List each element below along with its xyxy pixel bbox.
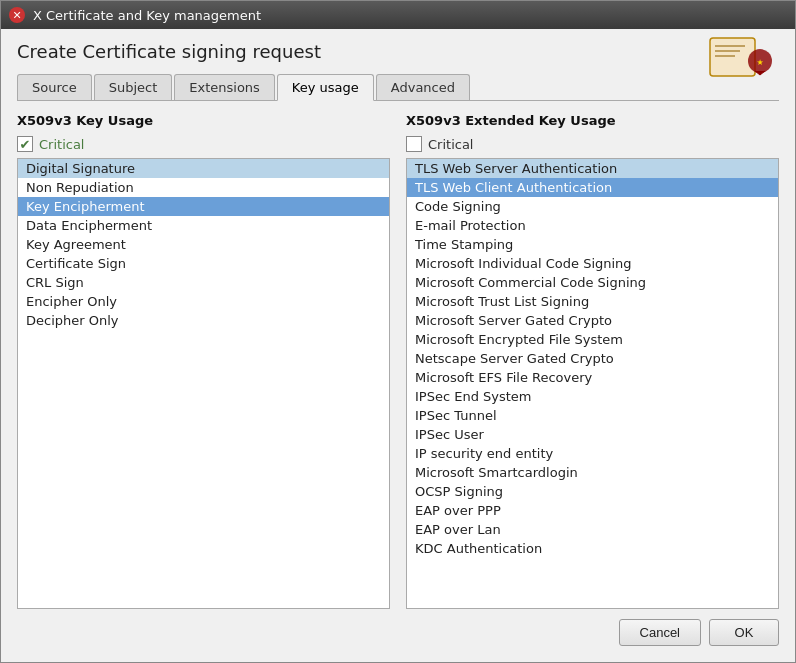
- list-item[interactable]: IPSec End System: [407, 387, 778, 406]
- svg-text:★: ★: [756, 58, 763, 67]
- left-critical-label: Critical: [39, 137, 84, 152]
- left-panel: X509v3 Key Usage ✔ Critical Digital Sign…: [17, 113, 390, 609]
- window-content: Create Certificate signing request ★ Sou…: [1, 29, 795, 662]
- list-item[interactable]: Key Agreement: [18, 235, 389, 254]
- right-critical-checkbox[interactable]: [406, 136, 422, 152]
- list-item[interactable]: E-mail Protection: [407, 216, 778, 235]
- tab-source[interactable]: Source: [17, 74, 92, 100]
- left-list[interactable]: Digital SignatureNon RepudiationKey Enci…: [17, 158, 390, 609]
- list-item[interactable]: Certificate Sign: [18, 254, 389, 273]
- window-title: X Certificate and Key management: [33, 8, 787, 23]
- list-item[interactable]: Time Stamping: [407, 235, 778, 254]
- list-item[interactable]: Microsoft Trust List Signing: [407, 292, 778, 311]
- right-list[interactable]: TLS Web Server AuthenticationTLS Web Cli…: [406, 158, 779, 609]
- list-item[interactable]: Non Repudiation: [18, 178, 389, 197]
- main-area: X509v3 Key Usage ✔ Critical Digital Sign…: [17, 113, 779, 609]
- cancel-button[interactable]: Cancel: [619, 619, 701, 646]
- left-critical-row: ✔ Critical: [17, 136, 390, 152]
- list-item[interactable]: Microsoft EFS File Recovery: [407, 368, 778, 387]
- main-window: ✕ X Certificate and Key management Creat…: [0, 0, 796, 663]
- list-item[interactable]: Microsoft Commercial Code Signing: [407, 273, 778, 292]
- list-item[interactable]: Microsoft Server Gated Crypto: [407, 311, 778, 330]
- right-panel-title: X509v3 Extended Key Usage: [406, 113, 779, 128]
- list-item[interactable]: IPSec User: [407, 425, 778, 444]
- left-panel-title: X509v3 Key Usage: [17, 113, 390, 128]
- list-item[interactable]: Key Encipherment: [18, 197, 389, 216]
- tab-key-usage[interactable]: Key usage: [277, 74, 374, 101]
- list-item[interactable]: TLS Web Server Authentication: [407, 159, 778, 178]
- svg-rect-1: [715, 45, 745, 47]
- list-item[interactable]: Microsoft Individual Code Signing: [407, 254, 778, 273]
- tabs-bar: Source Subject Extensions Key usage Adva…: [17, 74, 779, 101]
- list-item[interactable]: CRL Sign: [18, 273, 389, 292]
- titlebar: ✕ X Certificate and Key management: [1, 1, 795, 29]
- right-panel: X509v3 Extended Key Usage Critical TLS W…: [406, 113, 779, 609]
- list-item[interactable]: EAP over PPP: [407, 501, 778, 520]
- footer: Cancel OK: [17, 609, 779, 650]
- left-critical-checkbox[interactable]: ✔: [17, 136, 33, 152]
- svg-rect-2: [715, 50, 740, 52]
- list-item[interactable]: IP security end entity: [407, 444, 778, 463]
- list-item[interactable]: Encipher Only: [18, 292, 389, 311]
- list-item[interactable]: Microsoft Encrypted File System: [407, 330, 778, 349]
- list-item[interactable]: Data Encipherment: [18, 216, 389, 235]
- list-item[interactable]: EAP over Lan: [407, 520, 778, 539]
- list-item[interactable]: Decipher Only: [18, 311, 389, 330]
- tab-subject[interactable]: Subject: [94, 74, 173, 100]
- tab-extensions[interactable]: Extensions: [174, 74, 275, 100]
- list-item[interactable]: Code Signing: [407, 197, 778, 216]
- header-area: Create Certificate signing request ★: [17, 41, 779, 74]
- tab-advanced[interactable]: Advanced: [376, 74, 470, 100]
- page-title: Create Certificate signing request: [17, 41, 779, 62]
- list-item[interactable]: Microsoft Smartcardlogin: [407, 463, 778, 482]
- right-critical-label: Critical: [428, 137, 473, 152]
- list-item[interactable]: Digital Signature: [18, 159, 389, 178]
- list-item[interactable]: OCSP Signing: [407, 482, 778, 501]
- list-item[interactable]: KDC Authentication: [407, 539, 778, 558]
- right-critical-row: Critical: [406, 136, 779, 152]
- close-button[interactable]: ✕: [9, 7, 25, 23]
- list-item[interactable]: Netscape Server Gated Crypto: [407, 349, 778, 368]
- list-item[interactable]: IPSec Tunnel: [407, 406, 778, 425]
- certificate-icon: ★: [705, 33, 775, 83]
- ok-button[interactable]: OK: [709, 619, 779, 646]
- svg-rect-3: [715, 55, 735, 57]
- list-item[interactable]: TLS Web Client Authentication: [407, 178, 778, 197]
